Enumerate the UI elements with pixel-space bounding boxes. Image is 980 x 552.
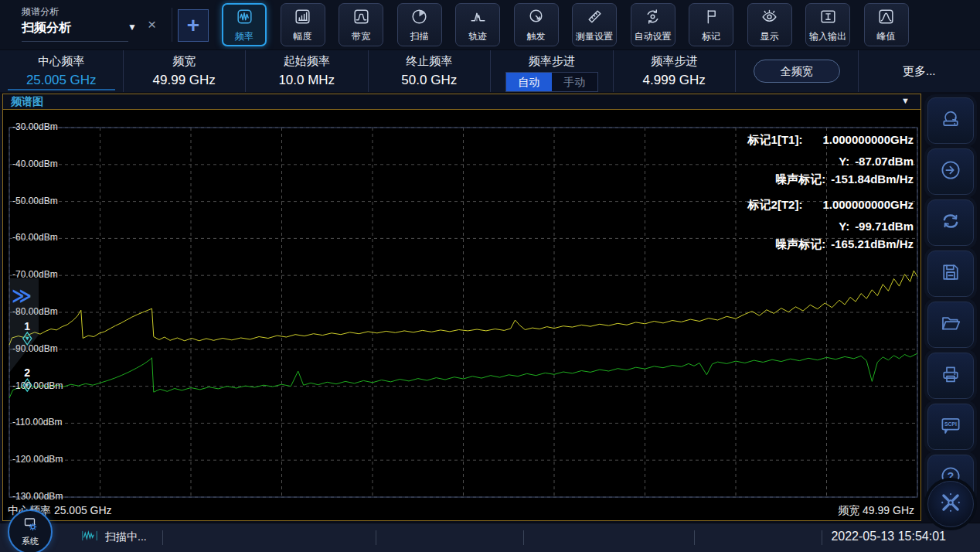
toolbar-button-io[interactable]: 输入输出 [805, 3, 850, 46]
svg-text:SCPI: SCPI [944, 421, 957, 427]
sidebar-recall-state-button[interactable] [927, 97, 974, 144]
toolbar-button-amp[interactable]: 幅度 [281, 3, 325, 46]
param-value: 4.999 GHz [614, 73, 736, 88]
statusbar-divider [523, 530, 524, 545]
toolbar-button-sweep[interactable]: 扫描 [397, 3, 442, 46]
sidebar-save-button[interactable] [927, 250, 974, 297]
sidebar-scpi-console-button[interactable]: SCPI [927, 404, 974, 450]
readout-value: -151.84dBm/Hz [831, 172, 914, 187]
parameter-bar: 中心频率25.005 GHz频宽49.99 GHz起始频率10.0 MHz终止频… [0, 49, 980, 92]
workspace-label: 频谱分析 [22, 5, 59, 19]
toolbar-button-bw[interactable]: 带宽 [339, 3, 383, 46]
marker-icon [702, 7, 721, 29]
sidebar-next-step-button[interactable] [927, 148, 974, 195]
y-tick-label: -30.00dBm [12, 121, 58, 132]
param-label: 频宽 [124, 54, 246, 69]
top-toolbar: 频谱分析 扫频分析 ▼ × + 频率幅度带宽扫描轨迹触发测量设置自动设置标记显示… [0, 0, 980, 49]
marker-readout-line: 噪声标记:-165.21dBm/Hz [775, 237, 914, 252]
param-label: 起始频率 [246, 54, 368, 69]
toolbar-button-label: 自动设置 [635, 30, 672, 43]
param-value: 49.99 GHz [124, 73, 246, 88]
sidebar-collapse-panel-button[interactable] [927, 481, 974, 527]
toolbar-button-label: 轨迹 [468, 30, 487, 43]
print-icon [939, 363, 962, 389]
chart-header: 频谱图 ▼ [3, 94, 920, 110]
spectrum-chart-panel: 频谱图 ▼ 12 -30.00dBm-40.00dBm-50.00dBm-60.… [2, 94, 921, 521]
mode-label: 扫频分析 [22, 20, 128, 42]
clock: 2022-05-13 15:54:01 [831, 530, 946, 543]
param-freq-step-mode[interactable]: 频率步进自动手动 [490, 50, 613, 92]
marker-readout-line: 标记2[T2]:1.000000000GHz [748, 198, 914, 213]
toggle-option-自动[interactable]: 自动 [506, 73, 552, 91]
param-label: 终止频率 [369, 54, 491, 69]
trace-icon [468, 7, 488, 29]
toggle-option-手动[interactable]: 手动 [552, 73, 597, 91]
toolbar-button-freq[interactable]: 频率 [222, 3, 267, 46]
spectrum-plot: 12 [3, 110, 920, 520]
toolbar-button-marker[interactable]: 标记 [689, 3, 733, 46]
toolbar-button-peak[interactable]: 峰值 [864, 3, 909, 46]
y-tick-label: -60.00dBm [12, 232, 58, 243]
display-icon [760, 7, 779, 29]
param-freq-step[interactable]: 频率步进4.999 GHz [613, 50, 736, 92]
toolbar-button-trigger[interactable]: 触发 [514, 3, 559, 46]
marker-readout-line: Y:-87.07dBm [839, 155, 914, 168]
expand-menu-chevron-icon[interactable]: ≫ [12, 285, 32, 307]
toolbar-button-measure[interactable]: 测量设置 [572, 3, 617, 46]
freq-step-toggle: 自动手动 [505, 72, 598, 92]
add-tab-button[interactable]: + [178, 9, 209, 42]
freq-icon [235, 7, 254, 29]
readout-value: -165.21dBm/Hz [831, 237, 914, 252]
param-more[interactable]: 更多... [858, 50, 980, 92]
status-bar: 扫描中... 2022-05-13 15:54:01 [0, 523, 980, 552]
statusbar-divider [822, 530, 822, 545]
trigger-icon [526, 7, 546, 29]
param-value: 25.005 GHz [0, 73, 123, 88]
recall-state-icon [939, 107, 962, 134]
close-tab-icon[interactable]: × [148, 16, 156, 33]
toolbar-button-label: 扫描 [410, 30, 429, 43]
sidebar-open-file-button[interactable] [927, 302, 974, 348]
readout-label: 噪声标记: [775, 172, 825, 187]
param-stop-freq[interactable]: 终止频率50.0 GHz [368, 50, 491, 92]
param-start-freq[interactable]: 起始频率10.0 MHz [245, 50, 368, 92]
readout-value: 1.000000000GHz [822, 133, 914, 148]
measure-icon [585, 7, 604, 29]
sidebar-refresh-button[interactable] [927, 199, 974, 246]
param-center-freq[interactable]: 中心频率25.005 GHz [0, 50, 123, 92]
scpi-console-icon: SCPI [939, 414, 962, 440]
toolbar-button-label: 标记 [702, 30, 720, 43]
sweep-status: 扫描中... [80, 530, 147, 545]
toolbar-button-trace[interactable]: 轨迹 [455, 3, 500, 46]
svg-text:2: 2 [24, 366, 30, 379]
marker-readout-line: 噪声标记:-151.84dBm/Hz [775, 172, 914, 187]
param-label: 中心频率 [0, 54, 123, 69]
toolbar-button-autoset[interactable]: 自动设置 [631, 3, 675, 46]
toolbar-button-label: 输入输出 [809, 30, 846, 43]
toolbar-button-label: 带宽 [352, 30, 370, 43]
statusbar-divider [162, 530, 163, 545]
readout-label: Y: [839, 155, 849, 168]
param-label: 频率步进 [614, 54, 736, 69]
y-tick-label: -100.00dBm [12, 380, 63, 391]
next-step-icon [939, 158, 962, 185]
system-gear-icon [22, 516, 39, 535]
toolbar-divider [172, 8, 172, 42]
mode-dropdown-icon[interactable]: ▼ [128, 22, 137, 32]
param-span[interactable]: 频宽49.99 GHz [123, 50, 246, 92]
sidebar-print-button[interactable] [927, 353, 974, 399]
full-span-button[interactable]: 全频宽 [754, 60, 840, 83]
bw-icon [352, 7, 371, 29]
readout-label: 噪声标记: [775, 237, 825, 252]
system-button[interactable]: 系统 [8, 509, 53, 552]
collapse-panel-icon [937, 489, 964, 519]
param-value: 10.0 MHz [246, 73, 368, 88]
toolbar-button-display[interactable]: 显示 [747, 3, 792, 46]
peak-icon [876, 7, 896, 29]
marker-readout-line: 标记1[T1]:1.000000000GHz [748, 133, 914, 148]
toolbar-button-label: 测量设置 [576, 30, 613, 43]
param-full-span[interactable]: 全频宽 [735, 50, 858, 92]
more-button[interactable]: 更多... [859, 50, 980, 92]
chart-collapse-icon[interactable]: ▼ [901, 96, 910, 105]
readout-label: 标记1[T1]: [748, 133, 803, 148]
